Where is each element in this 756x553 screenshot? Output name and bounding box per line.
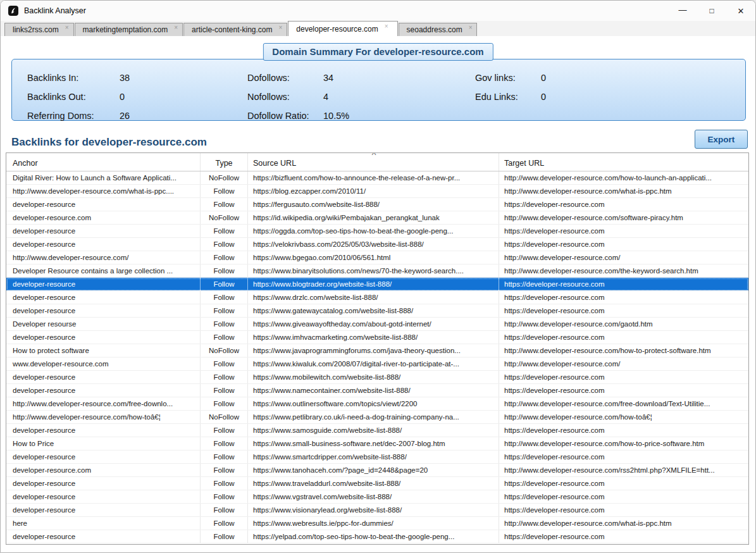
type-cell: Follow — [201, 185, 248, 197]
tab-close-icon[interactable]: × — [65, 24, 69, 31]
tab-bar: links2rss.com×marketingtemptation.com×ar… — [1, 21, 755, 36]
target-url-cell: http://www.developer-resource.com/what-i… — [499, 185, 748, 197]
source-url-cell: https://www.kiwaluk.com/2008/07/digital-… — [248, 357, 499, 370]
column-header-type[interactable]: Type — [201, 153, 248, 171]
column-header-target-url[interactable]: Target URL — [499, 153, 748, 171]
source-url-cell: https://www.webresults.ie/ppc-for-dummie… — [248, 517, 499, 530]
source-url-cell: https://www.giveawayoftheday.com/about-g… — [248, 318, 499, 330]
type-cell: Follow — [201, 450, 248, 463]
column-header-anchor[interactable]: Anchor — [6, 153, 201, 171]
source-url-cell: https://www.outlinersoftware.com/topics/… — [248, 397, 499, 410]
tab-close-icon[interactable]: × — [174, 24, 178, 31]
anchor-cell: developer-resource — [6, 490, 201, 503]
source-url-cell: https://www.visionarylead.org/website-li… — [248, 504, 499, 516]
target-url-cell: http://www.developer-resource.com/rss2ht… — [499, 464, 748, 476]
anchor-cell: How to Price — [6, 437, 201, 450]
anchor-cell: Developer resourse — [6, 318, 201, 330]
tab-close-icon[interactable]: × — [385, 23, 388, 30]
nofollows-label: Nofollows: — [247, 92, 323, 102]
type-cell: Follow — [201, 278, 248, 290]
tab-links2rss.com[interactable]: links2rss.com× — [4, 23, 74, 36]
table-row[interactable]: http://www.developer-resource.com/what-i… — [6, 185, 748, 198]
table-row[interactable]: http://www.developer-resource.com/how-to… — [6, 411, 748, 424]
source-url-cell: https://www.gatewaycatalog.com/website-l… — [248, 304, 499, 317]
table-row[interactable]: developer-resourceFollowhttps://www.drzl… — [6, 291, 748, 304]
target-url-cell: https://developer-resource.com — [499, 198, 748, 211]
target-url-cell: https://developer-resource.com — [499, 477, 748, 490]
type-cell: Follow — [201, 517, 248, 530]
app-window: Backlink Analyser — □ ✕ links2rss.com×ma… — [0, 0, 756, 553]
anchor-cell: Developer Resource contains a large coll… — [6, 264, 201, 277]
tab-close-icon[interactable]: × — [469, 24, 473, 31]
minimize-icon[interactable]: — — [668, 1, 697, 21]
source-url-cell: https://www.petlibrary.co.uk/i-need-a-do… — [248, 411, 499, 423]
window-title: Backlink Analyser — [24, 6, 86, 15]
backlinks-table[interactable]: Anchor Type Source URL Target URL ^ Digi… — [6, 152, 749, 545]
anchor-cell: How to protect software — [6, 344, 201, 357]
table-row[interactable]: developer-resourceFollowhttps://velokriv… — [6, 238, 748, 251]
target-url-cell: https://developer-resource.com — [499, 504, 748, 516]
close-icon[interactable]: ✕ — [726, 1, 755, 21]
tab-article-content-king.com[interactable]: article-content-king.com× — [183, 23, 287, 36]
source-url-cell: https://www.vgstravel.com/website-list-8… — [248, 490, 499, 503]
table-row[interactable]: developer-resourceFollowhttps://www.vgst… — [6, 490, 748, 504]
table-row[interactable]: developer-resource.comFollowhttps://www.… — [6, 464, 748, 477]
anchor-cell: developer-resource — [6, 530, 201, 543]
tab-close-icon[interactable]: × — [279, 24, 283, 31]
anchor-cell: developer-resource — [6, 291, 201, 304]
table-row[interactable]: How to protect softwareNoFollowhttps://w… — [6, 344, 748, 357]
target-url-cell: http://www.developer-resource.com/how-to… — [499, 437, 748, 450]
table-row[interactable]: developer-resourceFollowhttps://oggda.co… — [6, 225, 748, 238]
edu-links-value: 0 — [541, 92, 546, 102]
table-row[interactable]: developer-resourceFollowhttps://www.gate… — [6, 304, 748, 318]
table-row[interactable]: developer-resourceFollowhttps://www.mobi… — [6, 371, 748, 384]
table-row[interactable]: developer-resourceFollowhttps://yelpad.c… — [6, 530, 748, 544]
referring-doms-label: Referring Doms: — [27, 111, 120, 121]
table-row[interactable]: developer-resourceFollowhttps://www.name… — [6, 384, 748, 397]
target-url-cell: http://www.developer-resource.com/softwa… — [499, 211, 748, 224]
anchor-cell: developer-resource — [6, 450, 201, 463]
dofollow-ratio-value: 10.5% — [323, 111, 349, 121]
target-url-cell: https://developer-resource.com — [499, 291, 748, 304]
anchor-cell: developer-resource — [6, 278, 201, 290]
table-row[interactable]: developer-resourceFollowhttps://www.samo… — [6, 424, 748, 437]
tab-seoaddress.com[interactable]: seoaddress.com× — [399, 23, 478, 36]
table-row[interactable]: developer-resourceFollowhttps://www.visi… — [6, 504, 748, 517]
table-row[interactable]: hereFollowhttps://www.webresults.ie/ppc-… — [6, 517, 748, 530]
table-row[interactable]: developer-resourceFollowhttps://www.smar… — [6, 450, 748, 464]
type-cell: Follow — [201, 477, 248, 490]
dofollows-value: 34 — [323, 73, 333, 83]
tab-developer-resource.com[interactable]: developer-resource.com× — [288, 21, 397, 36]
anchor-cell: developer-resource — [6, 198, 201, 211]
source-url-cell: https://www.binaryitsolutions.com/news/7… — [248, 264, 499, 277]
window-controls: — □ ✕ — [668, 1, 755, 21]
table-row[interactable]: www.developer-resource.comFollowhttps://… — [6, 357, 748, 371]
type-cell: NoFollow — [201, 211, 248, 224]
table-row[interactable]: Developer Resource contains a large coll… — [6, 264, 748, 278]
table-row[interactable]: developer-resourceFollowhttps://fergusau… — [6, 198, 748, 211]
table-row[interactable]: How to PriceFollowhttps://www.small-busi… — [6, 437, 748, 450]
table-row[interactable]: developer-resourceFollowhttps://www.trav… — [6, 477, 748, 490]
export-button[interactable]: Export — [695, 130, 748, 149]
table-row[interactable]: http://www.developer-resource.com/Follow… — [6, 251, 748, 264]
table-row[interactable]: Developer resourseFollowhttps://www.give… — [6, 318, 748, 331]
type-cell: Follow — [201, 424, 248, 437]
anchor-cell: http://www.developer-resource.com/ — [6, 251, 201, 264]
target-url-cell: https://developer-resource.com — [499, 225, 748, 237]
table-header-row: Anchor Type Source URL Target URL ^ — [6, 153, 748, 171]
table-row[interactable]: developer-resourceFollowhttps://www.imhv… — [6, 331, 748, 344]
tab-marketingtemptation.com[interactable]: marketingtemptation.com× — [75, 23, 183, 36]
dofollows-label: Dofollows: — [247, 73, 323, 83]
table-row[interactable]: developer-resourceFollowhttps://www.blog… — [6, 278, 748, 291]
table-row[interactable]: Digital River: How to Launch a Software … — [6, 171, 748, 185]
target-url-cell: http://www.developer-resource.com/ — [499, 251, 748, 264]
source-url-cell: https://www.mobilewitch.com/website-list… — [248, 371, 499, 383]
maximize-icon[interactable]: □ — [697, 1, 726, 21]
target-url-cell: http://www.developer-resource.com/how-to… — [499, 344, 748, 357]
anchor-cell: http://www.developer-resource.com/free-d… — [6, 397, 201, 410]
table-row[interactable]: developer-resource.comNoFollowhttps://id… — [6, 211, 748, 225]
type-cell: Follow — [201, 464, 248, 476]
target-url-cell: https://developer-resource.com — [499, 450, 748, 463]
target-url-cell: https://developer-resource.com — [499, 304, 748, 317]
table-row[interactable]: http://www.developer-resource.com/free-d… — [6, 397, 748, 411]
